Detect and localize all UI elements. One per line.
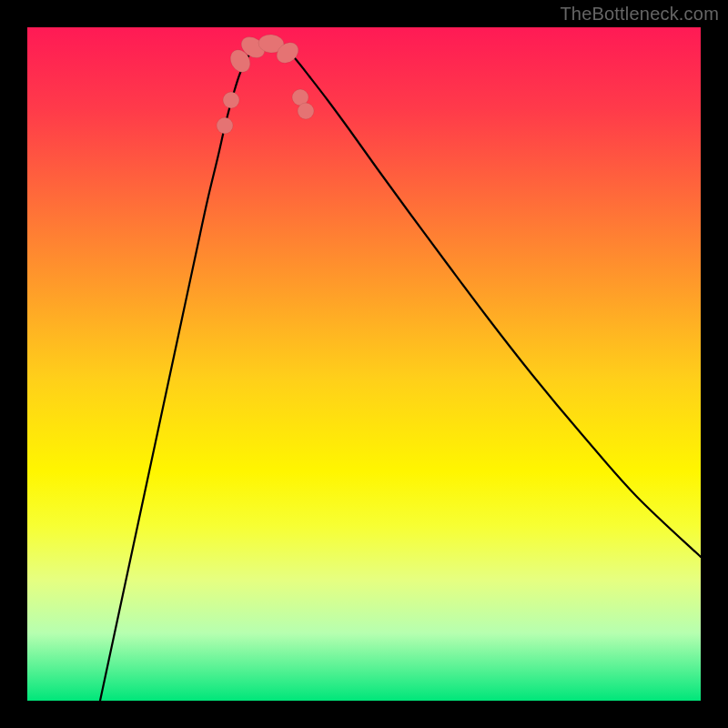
plot-area [27,27,701,701]
chart-markers [217,33,314,134]
attribution-text: TheBottleneck.com [560,4,719,25]
bottleneck-curve-path [100,40,701,701]
chart-marker [217,117,233,134]
app-frame: TheBottleneck.com [0,0,728,728]
bottleneck-chart [27,27,701,701]
chart-marker [223,92,239,108]
chart-marker [298,103,314,119]
